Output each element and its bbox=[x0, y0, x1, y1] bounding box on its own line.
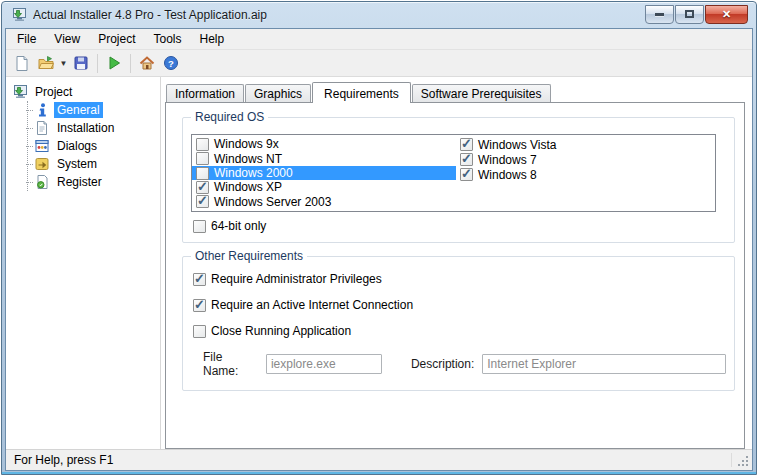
tree-item-system[interactable]: System bbox=[12, 155, 158, 173]
tree-item-dialogs[interactable]: Dialogs bbox=[12, 137, 158, 155]
64-bit-only-option[interactable]: ✓ 64-bit only bbox=[193, 219, 726, 233]
open-project-icon bbox=[38, 55, 54, 71]
status-text: For Help, press F1 bbox=[14, 453, 113, 467]
maximize-icon bbox=[685, 10, 694, 18]
help-icon: ? bbox=[163, 55, 179, 71]
checkbox-windows-vista[interactable]: ✓ bbox=[460, 138, 473, 151]
require-internet-label: Require an Active Internet Connection bbox=[211, 298, 413, 312]
open-project-button[interactable] bbox=[34, 52, 58, 75]
checkbox-64-bit-only[interactable]: ✓ bbox=[193, 220, 206, 233]
installer-app-icon bbox=[10, 7, 28, 23]
tree-label-dialogs: Dialogs bbox=[54, 138, 100, 154]
menu-bar: File View Project Tools Help bbox=[6, 29, 752, 50]
new-project-button[interactable] bbox=[10, 52, 34, 75]
tab-graphics[interactable]: Graphics bbox=[245, 84, 311, 102]
os-label: Windows 2000 bbox=[214, 166, 293, 180]
description-input[interactable] bbox=[482, 354, 726, 374]
tree-label-system: System bbox=[54, 156, 100, 172]
check-icon: ✓ bbox=[461, 166, 472, 181]
os-label: Windows 9x bbox=[214, 137, 279, 151]
checkbox-windows-server-2003[interactable]: ✓ bbox=[196, 195, 209, 208]
status-bar: For Help, press F1 bbox=[6, 449, 752, 470]
tree-label-register: Register bbox=[54, 174, 105, 190]
tree-item-project[interactable]: Project bbox=[12, 83, 158, 101]
resize-grip[interactable] bbox=[737, 455, 749, 467]
svg-text:?: ? bbox=[168, 58, 174, 69]
checkbox-close-running-app[interactable]: ✓ bbox=[193, 325, 206, 338]
os-label: Windows Server 2003 bbox=[214, 195, 331, 209]
os-item-windows-nt[interactable]: ✓ Windows NT bbox=[192, 151, 456, 165]
menu-help[interactable]: Help bbox=[191, 30, 234, 48]
os-item-windows-server-2003[interactable]: ✓ Windows Server 2003 bbox=[192, 195, 456, 209]
home-icon bbox=[139, 55, 155, 71]
tree-connector bbox=[26, 110, 33, 111]
tab-area: Information Graphics Requirements Softwa… bbox=[161, 77, 752, 449]
tab-strip: Information Graphics Requirements Softwa… bbox=[165, 81, 745, 102]
menu-file[interactable]: File bbox=[8, 30, 45, 48]
open-dropdown-arrow[interactable]: ▼ bbox=[58, 52, 69, 75]
checkbox-windows-2000[interactable]: ✓ bbox=[196, 167, 209, 180]
menu-view[interactable]: View bbox=[45, 30, 89, 48]
require-admin-option[interactable]: ✓ Require Administrator Privileges bbox=[193, 272, 726, 286]
checkbox-require-admin[interactable]: ✓ bbox=[193, 273, 206, 286]
os-item-windows-vista[interactable]: ✓ Windows Vista bbox=[456, 137, 715, 152]
os-item-windows-xp[interactable]: ✓ Windows XP bbox=[192, 180, 456, 194]
tree-connector bbox=[26, 128, 33, 129]
toolbar-separator bbox=[130, 54, 131, 73]
close-icon: ✕ bbox=[722, 8, 731, 21]
menu-tools[interactable]: Tools bbox=[145, 30, 191, 48]
maximize-button[interactable] bbox=[675, 5, 704, 24]
tree-item-register[interactable]: Register bbox=[12, 173, 158, 191]
home-button[interactable] bbox=[135, 52, 159, 75]
required-os-group: Required OS ✓ Windows 9x ✓ Windows NT bbox=[182, 117, 735, 243]
require-internet-option[interactable]: ✓ Require an Active Internet Connection bbox=[193, 298, 726, 312]
os-item-windows-2000[interactable]: ✓ Windows 2000 bbox=[192, 166, 456, 180]
minimize-button[interactable] bbox=[645, 5, 674, 24]
checkbox-windows-xp[interactable]: ✓ bbox=[196, 181, 209, 194]
installation-page-icon bbox=[34, 120, 50, 136]
os-label: Windows Vista bbox=[478, 138, 556, 152]
check-icon: ✓ bbox=[461, 151, 472, 166]
dialogs-window-icon bbox=[34, 138, 50, 154]
checkbox-windows-7[interactable]: ✓ bbox=[460, 153, 473, 166]
tree-item-installation[interactable]: Installation bbox=[12, 119, 158, 137]
tree-item-general[interactable]: General bbox=[12, 101, 158, 119]
file-name-input[interactable] bbox=[266, 354, 382, 374]
new-project-icon bbox=[14, 55, 30, 71]
checkbox-windows-nt[interactable]: ✓ bbox=[196, 152, 209, 165]
required-os-list[interactable]: ✓ Windows 9x ✓ Windows NT ✓ Windows 2000 bbox=[191, 134, 716, 212]
checkbox-windows-8[interactable]: ✓ bbox=[460, 168, 473, 181]
build-run-icon bbox=[106, 55, 122, 71]
os-label: Windows 7 bbox=[478, 153, 537, 167]
file-name-label: File Name: bbox=[203, 350, 258, 378]
close-running-app-option[interactable]: ✓ Close Running Application bbox=[193, 324, 726, 338]
status-bar-separator bbox=[731, 453, 732, 467]
menu-project[interactable]: Project bbox=[89, 30, 144, 48]
title-bar[interactable]: Actual Installer 4.8 Pro - Test Applicat… bbox=[5, 2, 753, 28]
close-button[interactable]: ✕ bbox=[705, 5, 748, 24]
tab-software-prerequisites[interactable]: Software Prerequisites bbox=[412, 84, 551, 102]
os-list-left-column: ✓ Windows 9x ✓ Windows NT ✓ Windows 2000 bbox=[192, 137, 456, 209]
tree-label-project: Project bbox=[32, 84, 75, 100]
tree-label-general: General bbox=[54, 102, 103, 118]
description-label: Description: bbox=[411, 357, 474, 371]
window-title: Actual Installer 4.8 Pro - Test Applicat… bbox=[33, 8, 645, 22]
project-tree: Project General bbox=[6, 77, 161, 449]
minimize-icon bbox=[655, 13, 664, 16]
system-icon bbox=[34, 156, 50, 172]
os-item-windows-7[interactable]: ✓ Windows 7 bbox=[456, 152, 715, 167]
checkbox-windows-9x[interactable]: ✓ bbox=[196, 138, 209, 151]
tab-information[interactable]: Information bbox=[166, 84, 244, 102]
os-item-windows-9x[interactable]: ✓ Windows 9x bbox=[192, 137, 456, 151]
tree-connector bbox=[26, 182, 33, 183]
help-button[interactable]: ? bbox=[159, 52, 183, 75]
tree-connector bbox=[26, 146, 33, 147]
build-run-button[interactable] bbox=[102, 52, 126, 75]
tab-requirements[interactable]: Requirements bbox=[312, 82, 411, 103]
os-item-windows-8[interactable]: ✓ Windows 8 bbox=[456, 167, 715, 182]
checkbox-require-internet[interactable]: ✓ bbox=[193, 299, 206, 312]
register-page-icon bbox=[34, 174, 50, 190]
required-os-group-label: Required OS bbox=[191, 110, 268, 124]
save-button[interactable] bbox=[69, 52, 93, 75]
require-admin-label: Require Administrator Privileges bbox=[211, 272, 382, 286]
